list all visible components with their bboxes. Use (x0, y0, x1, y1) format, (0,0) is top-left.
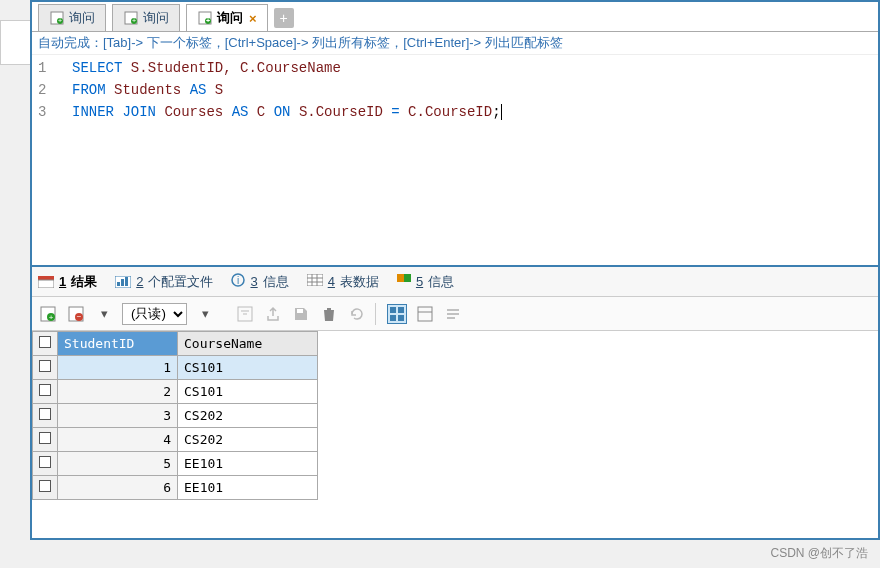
svg-rect-14 (125, 277, 128, 286)
trash-icon[interactable] (319, 304, 339, 324)
svg-text:+: + (132, 17, 136, 24)
sql-icon: + (123, 10, 139, 26)
svg-text:+: + (58, 17, 62, 24)
sql-editor[interactable]: 1 2 3 SELECT S.StudentID, C.CourseNameFR… (32, 55, 878, 265)
code-area[interactable]: SELECT S.StudentID, C.CourseNameFROM Stu… (72, 55, 878, 265)
result-tab-profiles[interactable]: 2 个配置文件 (115, 273, 213, 291)
sql-icon: + (49, 10, 65, 26)
cell-coursename[interactable]: CS202 (178, 428, 318, 452)
result-tab-info[interactable]: i 3 信息 (231, 273, 288, 291)
grid-toolbar: + − ▾ (只读) ▾ (32, 297, 878, 331)
text-view-icon[interactable] (443, 304, 463, 324)
filter-icon[interactable] (235, 304, 255, 324)
watermark: CSDN @创不了浩 (770, 545, 868, 562)
readonly-select[interactable]: (只读) (122, 303, 187, 325)
svg-rect-23 (404, 274, 411, 282)
grid-view-icon[interactable] (387, 304, 407, 324)
cell-studentid[interactable]: 2 (58, 380, 178, 404)
result-tab-strip: 1 结果 2 个配置文件 i 3 信息 4 表数据 5 信息 (32, 265, 878, 297)
cell-coursename[interactable]: CS101 (178, 380, 318, 404)
svg-rect-13 (121, 279, 124, 286)
cell-studentid[interactable]: 1 (58, 356, 178, 380)
result-grid[interactable]: StudentID CourseName 1CS1012CS1013CS2024… (32, 331, 878, 538)
result-tab-tabledata[interactable]: 4 表数据 (307, 273, 379, 291)
sql-icon: + (197, 10, 213, 26)
svg-rect-22 (397, 274, 404, 282)
column-header-studentid[interactable]: StudentID (58, 332, 178, 356)
editor-tab-strip: + 询问 + 询问 + 询问 × + (32, 2, 878, 32)
close-icon[interactable]: × (249, 11, 257, 26)
row-checkbox[interactable] (33, 356, 58, 380)
cell-studentid[interactable]: 5 (58, 452, 178, 476)
cell-coursename[interactable]: EE101 (178, 452, 318, 476)
table-icon (307, 274, 323, 289)
row-checkbox[interactable] (33, 476, 58, 500)
editor-tab-active[interactable]: + 询问 × (186, 4, 268, 31)
row-checkbox[interactable] (33, 452, 58, 476)
cell-studentid[interactable]: 4 (58, 428, 178, 452)
view-dropdown-icon[interactable]: ▾ (195, 304, 215, 324)
autocomplete-hint: 自动完成：[Tab]-> 下一个标签，[Ctrl+Space]-> 列出所有标签… (32, 32, 878, 55)
cell-studentid[interactable]: 6 (58, 476, 178, 500)
svg-rect-36 (390, 315, 396, 321)
row-checkbox[interactable] (33, 404, 58, 428)
refresh-icon[interactable] (347, 304, 367, 324)
save-icon[interactable] (291, 304, 311, 324)
svg-text:+: + (49, 313, 54, 322)
new-tab-button[interactable]: + (274, 8, 294, 28)
header-row: StudentID CourseName (33, 332, 318, 356)
tab-label: 询问 (143, 9, 169, 27)
svg-rect-12 (117, 282, 120, 286)
cell-coursename[interactable]: CS202 (178, 404, 318, 428)
svg-rect-34 (390, 307, 396, 313)
table-row[interactable]: 3CS202 (33, 404, 318, 428)
dropdown-icon[interactable]: ▾ (94, 304, 114, 324)
delete-row-button[interactable]: − (66, 304, 86, 324)
svg-text:i: i (237, 275, 239, 286)
table-row[interactable]: 6EE101 (33, 476, 318, 500)
select-all-checkbox[interactable] (33, 332, 58, 356)
info-icon: i (231, 273, 245, 290)
editor-tab[interactable]: + 询问 (112, 4, 180, 31)
svg-text:−: − (77, 312, 82, 321)
table-row[interactable]: 2CS101 (33, 380, 318, 404)
editor-tab[interactable]: + 询问 (38, 4, 106, 31)
result-tab-info2[interactable]: 5 信息 (397, 273, 454, 291)
column-header-coursename[interactable]: CourseName (178, 332, 318, 356)
results-icon (38, 276, 54, 288)
result-tab-results[interactable]: 1 结果 (38, 273, 97, 291)
tab-label: 询问 (217, 9, 243, 27)
svg-rect-17 (307, 274, 323, 286)
cell-coursename[interactable]: EE101 (178, 476, 318, 500)
form-view-icon[interactable] (415, 304, 435, 324)
add-row-button[interactable]: + (38, 304, 58, 324)
export-icon[interactable] (263, 304, 283, 324)
flag-icon (397, 274, 411, 289)
svg-rect-38 (418, 307, 432, 321)
cell-coursename[interactable]: CS101 (178, 356, 318, 380)
tab-label: 询问 (69, 9, 95, 27)
row-checkbox[interactable] (33, 428, 58, 452)
svg-rect-35 (398, 307, 404, 313)
line-gutter: 1 2 3 (32, 55, 72, 265)
svg-rect-33 (297, 309, 303, 313)
table-row[interactable]: 4CS202 (33, 428, 318, 452)
row-checkbox[interactable] (33, 380, 58, 404)
table-row[interactable]: 1CS101 (33, 356, 318, 380)
svg-rect-37 (398, 315, 404, 321)
profile-icon (115, 276, 131, 288)
svg-rect-10 (38, 280, 54, 288)
svg-text:+: + (206, 17, 210, 24)
svg-rect-9 (38, 276, 54, 280)
cell-studentid[interactable]: 3 (58, 404, 178, 428)
table-row[interactable]: 5EE101 (33, 452, 318, 476)
